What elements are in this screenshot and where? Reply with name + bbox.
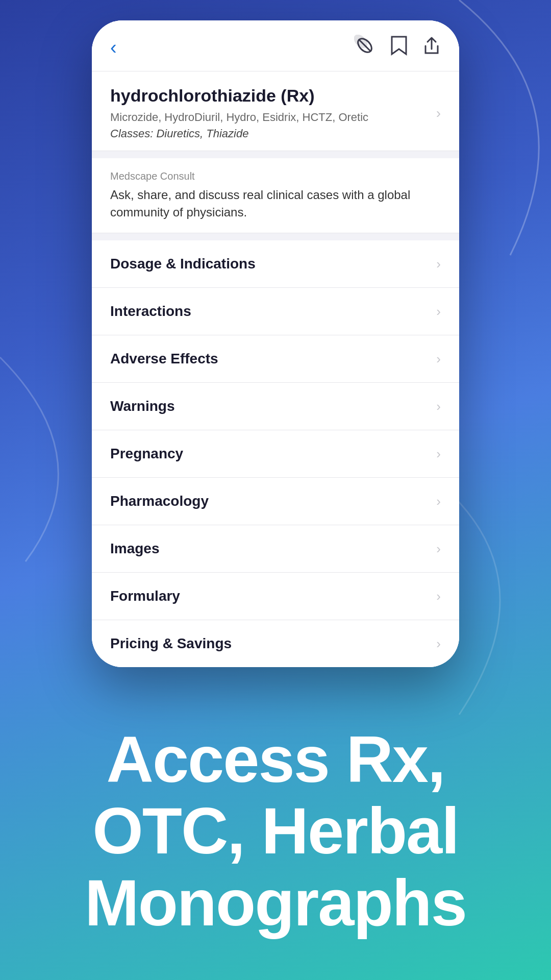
drug-name: hydrochlorothiazide (Rx) (110, 86, 436, 106)
menu-item-pharmacology[interactable]: Pharmacology › (92, 478, 459, 525)
menu-label-pregnancy: Pregnancy (110, 446, 183, 462)
chevron-pregnancy: › (436, 446, 441, 462)
bottom-heading-line3: Monographs (31, 867, 520, 939)
menu-label-dosage: Dosage & Indications (110, 256, 256, 272)
class-value: Diuretics, Thiazide (153, 127, 248, 140)
top-icons-group (354, 35, 441, 61)
menu-item-images[interactable]: Images › (92, 525, 459, 573)
pill-icon[interactable] (354, 35, 375, 61)
menu-item-adverse-effects[interactable]: Adverse Effects › (92, 335, 459, 383)
bottom-heading-line2: OTC, Herbal (31, 795, 520, 867)
menu-item-formulary[interactable]: Formulary › (92, 573, 459, 620)
chevron-formulary: › (436, 589, 441, 604)
menu-label-interactions: Interactions (110, 303, 191, 320)
drug-class: Classes: Diuretics, Thiazide (110, 127, 436, 140)
chevron-images: › (436, 541, 441, 557)
menu-list: Dosage & Indications › Interactions › Ad… (92, 240, 459, 667)
menu-label-pricing: Pricing & Savings (110, 635, 232, 652)
drug-info: hydrochlorothiazide (Rx) Microzide, Hydr… (110, 86, 436, 140)
chevron-interactions: › (436, 304, 441, 320)
menu-label-formulary: Formulary (110, 588, 180, 604)
drug-aliases: Microzide, HydroDiuril, Hydro, Esidrix, … (110, 111, 436, 124)
phone-mockup: ‹ (92, 20, 459, 667)
chevron-pharmacology: › (436, 494, 441, 509)
consult-label: Medscape Consult (110, 170, 441, 182)
bookmark-icon[interactable] (390, 35, 408, 61)
menu-item-warnings[interactable]: Warnings › (92, 383, 459, 430)
menu-label-images: Images (110, 541, 160, 557)
menu-label-adverse-effects: Adverse Effects (110, 351, 218, 367)
chevron-pricing: › (436, 636, 441, 652)
menu-item-dosage[interactable]: Dosage & Indications › (92, 240, 459, 288)
class-label: Classes: (110, 127, 153, 140)
share-icon[interactable] (422, 35, 441, 61)
consult-section: Medscape Consult Ask, share, and discuss… (92, 158, 459, 233)
chevron-warnings: › (436, 399, 441, 414)
back-button[interactable]: ‹ (110, 37, 117, 59)
chevron-adverse-effects: › (436, 351, 441, 367)
drug-header-chevron: › (436, 105, 441, 121)
drug-header[interactable]: hydrochlorothiazide (Rx) Microzide, Hydr… (92, 71, 459, 151)
phone-frame: ‹ (92, 20, 459, 667)
menu-item-pregnancy[interactable]: Pregnancy › (92, 430, 459, 478)
consult-text: Ask, share, and discuss real clinical ca… (110, 186, 441, 220)
menu-label-pharmacology: Pharmacology (110, 493, 209, 509)
bottom-text-block: Access Rx, OTC, Herbal Monographs (0, 724, 551, 939)
menu-label-warnings: Warnings (110, 398, 175, 414)
menu-item-interactions[interactable]: Interactions › (92, 288, 459, 335)
bottom-heading-line1: Access Rx, (31, 724, 520, 796)
chevron-dosage: › (436, 256, 441, 272)
phone-screen: ‹ (92, 20, 459, 667)
menu-item-pricing[interactable]: Pricing & Savings › (92, 620, 459, 667)
top-bar: ‹ (92, 20, 459, 71)
